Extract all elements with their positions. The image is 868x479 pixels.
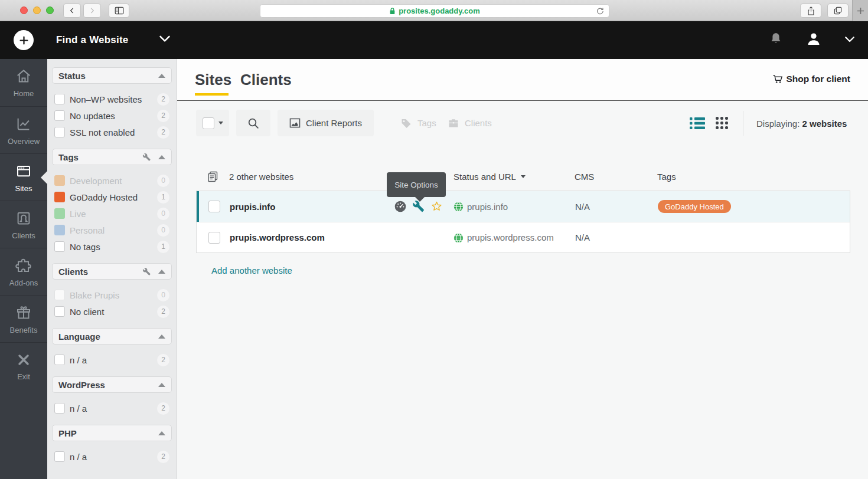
checkbox[interactable] [54,241,65,252]
checkbox[interactable] [54,306,65,317]
back-button[interactable] [63,4,81,18]
list-view-toggle[interactable] [690,117,705,130]
filter-item-ssl[interactable]: SSL not enabled 2 [47,124,177,140]
table-row[interactable]: prupis.wordpress.com prupis.wordpress.co… [197,222,850,252]
grid-view-toggle[interactable] [716,117,730,130]
tag-color-checkbox[interactable] [54,208,65,219]
filter-section-php[interactable]: PHP [52,425,172,441]
nav-item-label: Overview [8,137,40,146]
site-name[interactable]: prupis.info [230,202,276,212]
nav-item-addons[interactable]: Add-ons [0,248,47,295]
nav-item-home[interactable]: Home [0,59,47,106]
refresh-button[interactable] [595,6,605,18]
checkbox[interactable] [54,127,65,137]
select-all-checkbox[interactable] [203,117,214,129]
filter-item-no-tags[interactable]: No tags 1 [47,238,177,255]
checkbox[interactable] [54,94,65,104]
checkbox[interactable] [54,451,65,462]
nav-item-exit[interactable]: Exit [0,342,47,389]
filter-item-non-wp[interactable]: Non–WP websites 2 [47,91,177,107]
filter-section-status[interactable]: Status [52,67,172,84]
globe-icon [453,202,464,212]
home-icon [15,67,32,85]
collapse-icon[interactable] [158,334,165,339]
sidebar-toggle-button[interactable] [109,4,129,18]
filter-section-wordpress[interactable]: WordPress [52,376,172,393]
collapse-icon[interactable] [158,431,165,435]
count-badge: 2 [157,402,169,415]
tag-icon [400,117,412,129]
filter-item-blake-prupis[interactable]: Blake Prupis 0 [47,287,177,303]
plus-icon [18,35,30,46]
filter-item-development[interactable]: Development 0 [47,172,177,189]
checkbox[interactable] [54,110,65,121]
row-checkbox[interactable] [208,201,220,212]
collapse-icon[interactable] [158,383,165,387]
filter-section-tags[interactable]: Tags [52,149,172,165]
performance-gauge-icon[interactable] [394,200,407,213]
wrench-icon[interactable] [142,153,151,162]
filter-label: Non–WP websites [70,94,142,104]
site-options-wrench-icon[interactable] [412,200,425,213]
collapse-icon[interactable] [158,155,165,159]
nav-item-sites[interactable]: Sites [0,153,47,201]
wrench-icon[interactable] [142,267,151,276]
filter-item-live[interactable]: Live 0 [47,205,177,222]
column-status-url[interactable]: Status and URL [453,172,526,182]
tab-sites[interactable]: Sites [195,71,231,89]
shop-for-client-button[interactable]: Shop for client [772,74,851,84]
filter-section-title: Clients [58,267,88,277]
search-button[interactable] [236,110,270,136]
table-row[interactable]: prupis.info [197,191,850,222]
minimize-window-button[interactable] [33,6,41,14]
filter-section-language[interactable]: Language [52,328,172,345]
clients-button-disabled[interactable]: Clients [448,110,492,136]
nav-item-label: Exit [17,372,30,381]
account-menu-chevron[interactable] [844,35,855,45]
find-a-website-dropdown[interactable] [159,35,171,45]
checkbox[interactable] [54,403,65,414]
chevron-left-icon [68,6,76,15]
tags-button-disabled[interactable]: Tags [400,110,436,136]
active-tab-underline [195,93,229,96]
filter-item-personal[interactable]: Personal 0 [47,222,177,238]
client-reports-button[interactable]: Client Reports [278,110,374,136]
zoom-window-button[interactable] [46,6,54,14]
favorite-star-icon[interactable] [430,200,443,214]
address-bar[interactable]: prosites.godaddy.com [260,4,609,18]
close-window-button[interactable] [20,6,28,14]
site-name[interactable]: prupis.wordpress.com [230,232,325,242]
filter-item-no-updates[interactable]: No updates 2 [47,107,177,124]
checkbox[interactable] [54,355,65,365]
show-tabs-button[interactable] [827,4,849,18]
filter-section-clients[interactable]: Clients [52,263,172,280]
tag-color-checkbox[interactable] [54,175,65,186]
collapse-icon[interactable] [158,270,165,274]
nav-item-overview[interactable]: Overview [0,106,47,153]
tabs-row: Sites Clients Shop for client [177,59,868,101]
filter-item-language-na[interactable]: n / a 2 [47,352,177,368]
share-button[interactable] [800,4,821,18]
tag-color-checkbox[interactable] [54,192,65,202]
forward-button[interactable] [83,4,101,18]
collapse-icon[interactable] [158,74,165,78]
nav-item-benefits[interactable]: Benefits [0,295,47,342]
select-all-dropdown[interactable] [196,110,229,136]
cart-icon [772,74,783,84]
count-badge: 2 [157,110,169,122]
filter-item-no-client[interactable]: No client 2 [47,303,177,320]
filter-item-wordpress-na[interactable]: n / a 2 [47,400,177,416]
filter-item-godaddy-hosted[interactable]: GoDaddy Hosted 1 [47,189,177,205]
add-site-button[interactable] [14,30,34,50]
tag-color-checkbox[interactable] [54,225,65,235]
new-tab-button[interactable] [852,0,868,21]
site-url: prupis.info [467,202,508,212]
filter-item-php-na[interactable]: n / a 2 [47,448,177,465]
tab-clients[interactable]: Clients [240,71,292,89]
row-checkbox[interactable] [208,232,220,244]
add-another-website-link[interactable]: Add another website [211,265,292,275]
account-button[interactable] [805,31,822,50]
nav-item-clients[interactable]: Clients [0,201,47,248]
checkbox[interactable] [54,290,65,300]
notifications-button[interactable] [769,31,783,49]
